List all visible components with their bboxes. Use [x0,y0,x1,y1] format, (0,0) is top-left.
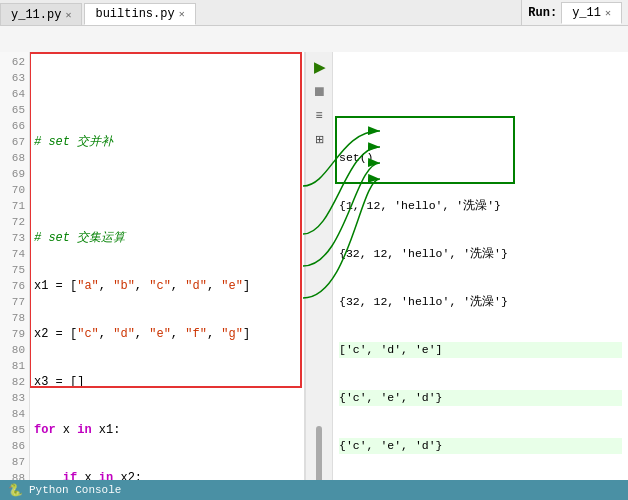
run-button[interactable]: ▶ [308,56,330,78]
tab-bar: y_11.py ✕ builtins.py ✕ Run: y_11 ✕ [0,0,628,26]
tab-run-label: y_11 [572,6,601,20]
tab-builtins-close[interactable]: ✕ [179,8,185,20]
tab-run-close[interactable]: ✕ [605,7,611,19]
tab-builtins[interactable]: builtins.py ✕ [84,3,195,25]
tab-y11-label: y_11.py [11,8,61,22]
status-bar: 🐍 Python Console [0,480,628,500]
tab-run-output[interactable]: y_11 ✕ [561,2,622,24]
tab-y11[interactable]: y_11.py ✕ [0,3,82,25]
output-panel: set() {1, 12, 'hello', '洗澡'} {32, 12, 'h… [333,52,628,500]
tab-builtins-label: builtins.py [95,7,174,21]
python-console-label[interactable]: Python Console [29,484,121,496]
output-content: set() {1, 12, 'hello', '洗澡'} {32, 12, 'h… [333,52,628,500]
line-numbers: 62636465 66676869 70717273 74757677 7879… [0,52,30,500]
tab-y11-close[interactable]: ✕ [65,9,71,21]
stop-button[interactable]: ⏹ [308,80,330,102]
python-icon: 🐍 [8,483,23,498]
code-content[interactable]: # set 交并补 # set 交集运算 x1 = ["a", "b", "c"… [30,52,304,500]
menu-button[interactable]: ≡ [308,104,330,126]
run-label: Run: [528,6,557,20]
grid-button[interactable]: ⊞ [308,128,330,150]
toolbar: ▶ ⏹ ≡ ⊞ [305,52,333,500]
